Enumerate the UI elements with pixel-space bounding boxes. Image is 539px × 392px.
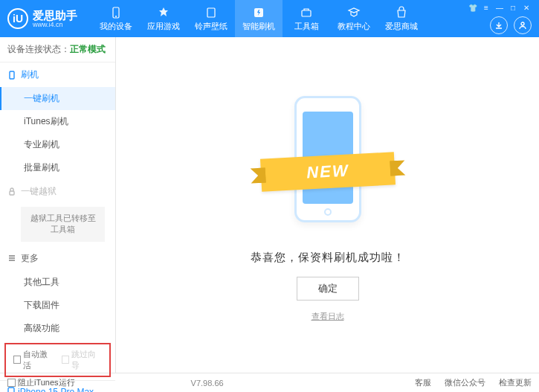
apps-icon	[157, 6, 170, 19]
toolbox-icon	[300, 6, 313, 19]
skip-guide-checkbox: 跳过向导	[62, 349, 103, 371]
title-bar: iU 爱思助手 www.i4.cn 我的设备 应用游戏 铃声壁纸 智能刷机 工具…	[0, 0, 539, 37]
nav-toolbox[interactable]: 工具箱	[283, 0, 330, 37]
nav-label: 铃声壁纸	[195, 21, 227, 32]
section-flash[interactable]: 刷机	[0, 62, 115, 87]
svg-rect-7	[10, 191, 14, 195]
sidebar-item-oneclick-flash[interactable]: 一键刷机	[0, 87, 115, 110]
nav-label: 工具箱	[294, 21, 319, 32]
close-button[interactable]: ✕	[521, 3, 532, 12]
minimize-button[interactable]: —	[494, 3, 505, 12]
nav-label: 应用游戏	[147, 21, 180, 32]
download-button[interactable]	[490, 16, 508, 34]
footer-wechat[interactable]: 微信公众号	[445, 377, 485, 388]
device-icon	[109, 6, 123, 19]
options-highlighted-box: 自动激活 跳过向导	[4, 343, 111, 377]
footer-service[interactable]: 客服	[415, 377, 431, 388]
auto-activate-checkbox[interactable]: 自动激活	[13, 349, 54, 371]
sidebar-item-other-tools[interactable]: 其他工具	[0, 271, 115, 294]
sidebar-item-download-firmware[interactable]: 下载固件	[0, 294, 115, 317]
logo-icon: iU	[7, 8, 28, 29]
flash-icon	[252, 6, 265, 19]
list-icon	[7, 254, 16, 263]
nav-my-device[interactable]: 我的设备	[92, 0, 140, 37]
svg-rect-6	[10, 71, 14, 79]
sidebar-item-batch-flash[interactable]: 批量刷机	[0, 156, 115, 179]
nav-store[interactable]: 爱思商城	[378, 0, 425, 37]
main-content: NEW 恭喜您，保资料刷机成功啦！ 确定 查看日志	[116, 37, 539, 373]
success-illustration: NEW	[268, 89, 387, 237]
maximize-button[interactable]: □	[508, 3, 518, 12]
sidebar: 设备连接状态：正常模式 刷机 一键刷机 iTunes刷机 专业刷机 批量刷机 一…	[0, 37, 116, 373]
phone-icon	[7, 71, 16, 80]
section-more[interactable]: 更多	[0, 246, 115, 271]
version-label: V7.98.66	[191, 379, 224, 388]
jailbreak-moved-note: 越狱工具已转移至工具箱	[21, 207, 105, 242]
svg-rect-4	[302, 10, 311, 16]
status-label: 设备连接状态：	[7, 44, 70, 54]
sidebar-item-pro-flash[interactable]: 专业刷机	[0, 133, 115, 156]
skin-button[interactable]: 👕	[468, 3, 478, 12]
svg-rect-2	[207, 8, 215, 17]
new-ribbon: NEW	[259, 152, 395, 191]
ringtone-icon	[204, 6, 218, 19]
section-jailbreak: 一键越狱	[0, 179, 115, 204]
success-message: 恭喜您，保资料刷机成功啦！	[251, 251, 405, 265]
user-button[interactable]	[514, 16, 532, 34]
section-label: 更多	[21, 252, 39, 265]
app-name: 爱思助手	[33, 10, 77, 21]
connection-status: 设备连接状态：正常模式	[0, 37, 115, 62]
nav-label: 智能刷机	[242, 21, 275, 32]
nav-label: 教程中心	[338, 21, 370, 32]
lock-icon	[7, 187, 16, 196]
app-url: www.i4.cn	[33, 21, 77, 28]
view-log-link[interactable]: 查看日志	[312, 311, 344, 322]
ribbon-text: NEW	[306, 161, 349, 182]
svg-point-5	[521, 22, 524, 25]
checkbox-label: 阻止iTunes运行	[18, 377, 75, 388]
nav-smart-flash[interactable]: 智能刷机	[235, 0, 283, 37]
menu-button[interactable]: ≡	[481, 3, 491, 12]
sidebar-item-advanced[interactable]: 高级功能	[0, 317, 115, 340]
section-label: 一键越狱	[21, 185, 57, 198]
nav-ringtones[interactable]: 铃声壁纸	[187, 0, 235, 37]
checkbox-label: 跳过向导	[71, 349, 102, 371]
ok-button[interactable]: 确定	[297, 277, 359, 301]
window-controls: 👕 ≡ — □ ✕	[468, 3, 532, 12]
section-label: 刷机	[21, 68, 39, 81]
nav-tutorials[interactable]: 教程中心	[330, 0, 378, 37]
nav-label: 爱思商城	[385, 21, 418, 32]
nav-label: 我的设备	[100, 21, 132, 32]
checkbox-label: 自动激活	[23, 349, 54, 371]
sidebar-item-itunes-flash[interactable]: iTunes刷机	[0, 110, 115, 133]
status-value: 正常模式	[70, 44, 106, 54]
block-itunes-checkbox[interactable]: 阻止iTunes运行	[7, 377, 75, 388]
store-icon	[395, 6, 408, 19]
footer-update[interactable]: 检查更新	[499, 377, 532, 388]
tutorial-icon	[347, 6, 361, 19]
main-nav: 我的设备 应用游戏 铃声壁纸 智能刷机 工具箱 教程中心 爱思商城	[92, 0, 468, 37]
nav-apps-games[interactable]: 应用游戏	[140, 0, 187, 37]
app-logo: iU 爱思助手 www.i4.cn	[7, 8, 77, 29]
